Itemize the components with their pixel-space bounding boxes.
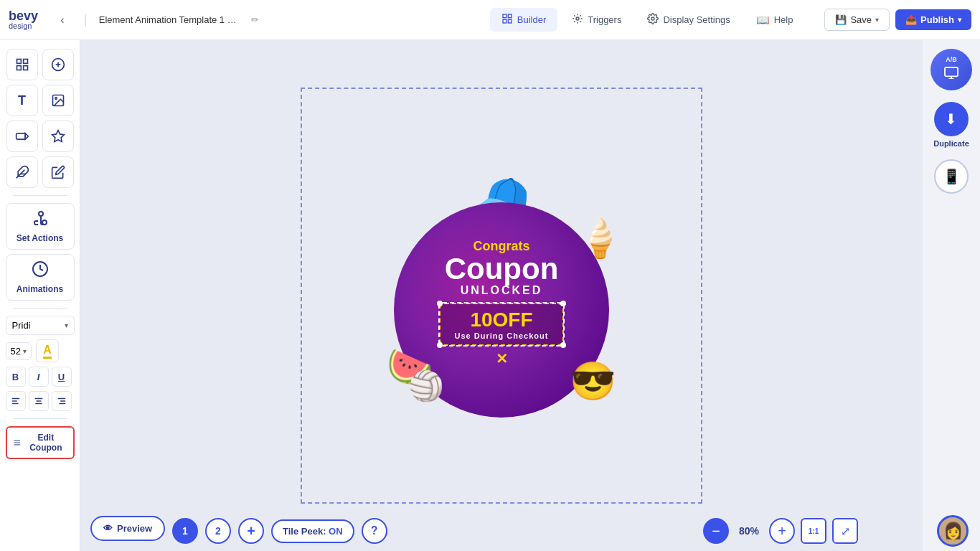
sunglasses-decoration: 😎 bbox=[570, 359, 616, 403]
triggers-icon bbox=[572, 13, 583, 27]
bold-label: B bbox=[12, 372, 19, 382]
svg-rect-0 bbox=[503, 14, 507, 18]
font-color-button[interactable]: A bbox=[36, 339, 59, 362]
sidebar-divider2 bbox=[13, 308, 67, 309]
publish-button[interactable]: 📤 Publish ▾ bbox=[895, 9, 971, 30]
sidebar-tools-row2: T bbox=[6, 85, 74, 116]
user-avatar: 👩 bbox=[937, 515, 969, 547]
bold-button[interactable]: B bbox=[6, 367, 26, 387]
tool-image[interactable] bbox=[42, 85, 74, 116]
main-layout: T Set Action bbox=[0, 40, 980, 551]
tab-display-settings[interactable]: Display Settings bbox=[636, 8, 741, 32]
handle-tr bbox=[560, 301, 566, 306]
italic-button[interactable]: I bbox=[29, 367, 49, 387]
avatar-image: 👩 bbox=[943, 522, 963, 540]
zoom-percent: 80% bbox=[735, 525, 763, 537]
tool-star[interactable] bbox=[42, 121, 74, 152]
save-button[interactable]: 💾 Save ▾ bbox=[824, 9, 890, 31]
monitor-icon bbox=[943, 65, 959, 83]
ball-decoration: 🏐 bbox=[408, 369, 444, 403]
preview-button[interactable]: 👁 Preview bbox=[90, 516, 165, 541]
font-color-icon: A bbox=[43, 344, 52, 359]
svg-rect-1 bbox=[508, 14, 512, 18]
help-button[interactable]: ? bbox=[362, 518, 387, 544]
svg-rect-6 bbox=[17, 60, 21, 64]
svg-marker-16 bbox=[25, 133, 28, 139]
svg-point-5 bbox=[651, 17, 654, 20]
tab-builder-label: Builder bbox=[517, 14, 546, 25]
tab-triggers-label: Triggers bbox=[588, 14, 621, 25]
font-size-value: 52 bbox=[11, 346, 21, 357]
coupon-close-icon: ✕ bbox=[496, 350, 508, 367]
tool-layout[interactable] bbox=[6, 49, 38, 80]
edit-coupon-button[interactable]: Edit Coupon bbox=[6, 426, 75, 459]
sidebar-divider1 bbox=[13, 195, 67, 196]
sidebar-tools-row3 bbox=[6, 121, 74, 152]
text-icon: T bbox=[18, 93, 26, 108]
zoom-in-button[interactable]: + bbox=[769, 518, 795, 544]
mobile-icon: 📱 bbox=[943, 168, 961, 185]
handle-bl bbox=[437, 342, 443, 348]
coupon-card: 🧢 Congrats Coupon UNLOCKED 10OFF bbox=[387, 174, 616, 418]
set-actions-button[interactable]: Set Actions bbox=[6, 203, 75, 250]
animations-label: Animations bbox=[17, 284, 63, 294]
tool-edit[interactable] bbox=[42, 156, 74, 188]
edit-title-icon[interactable]: ✏ bbox=[251, 14, 259, 25]
help-label: ? bbox=[371, 524, 378, 537]
svg-point-4 bbox=[576, 17, 579, 20]
canvas-frame[interactable]: 🧢 Congrats Coupon UNLOCKED 10OFF bbox=[301, 88, 702, 504]
font-family-arrow: ▾ bbox=[65, 321, 68, 329]
selection-overlay bbox=[438, 302, 565, 347]
logo-name: bevy bbox=[9, 9, 38, 22]
page-1-button[interactable]: 1 bbox=[172, 518, 198, 544]
tile-peek-value: ON bbox=[329, 526, 343, 537]
sidebar-tools-row1 bbox=[6, 49, 74, 80]
duplicate-label: Duplicate bbox=[933, 139, 969, 148]
tab-builder[interactable]: Builder bbox=[490, 8, 557, 32]
coupon-title: Coupon bbox=[445, 254, 559, 284]
tool-text[interactable]: T bbox=[6, 85, 38, 116]
publish-icon: 📤 bbox=[905, 14, 917, 25]
duplicate-icon: ⬇ bbox=[945, 110, 957, 128]
svg-marker-17 bbox=[52, 131, 64, 142]
align-center-button[interactable] bbox=[29, 391, 49, 411]
italic-label: I bbox=[37, 372, 40, 382]
zoom-expand-button[interactable]: ⤢ bbox=[832, 518, 858, 544]
font-family-selector[interactable]: Pridi ▾ bbox=[6, 316, 75, 335]
zoom-out-button[interactable]: − bbox=[703, 518, 729, 544]
align-left-button[interactable] bbox=[6, 391, 26, 411]
tab-display-settings-label: Display Settings bbox=[663, 14, 730, 25]
edit-coupon-label: Edit Coupon bbox=[24, 433, 67, 453]
mobile-preview-button[interactable]: 📱 bbox=[934, 159, 969, 194]
logo-sub: design bbox=[9, 22, 38, 30]
tool-paint[interactable] bbox=[6, 156, 38, 188]
tab-help[interactable]: 📖 Help bbox=[745, 9, 805, 32]
svg-point-21 bbox=[42, 220, 47, 225]
font-size-selector[interactable]: 52 ▾ bbox=[6, 342, 32, 360]
tool-add-element[interactable] bbox=[42, 49, 74, 80]
tool-video[interactable] bbox=[6, 121, 38, 152]
underline-label: U bbox=[58, 372, 65, 382]
align-right-button[interactable] bbox=[52, 391, 72, 411]
nav-tabs: Builder Triggers Display Settings 📖 Help bbox=[490, 8, 805, 32]
builder-icon bbox=[501, 13, 513, 27]
set-actions-label: Set Actions bbox=[17, 233, 64, 243]
tab-triggers[interactable]: Triggers bbox=[560, 8, 633, 32]
header-actions: 💾 Save ▾ 📤 Publish ▾ bbox=[824, 9, 971, 31]
duplicate-button[interactable]: ⬇ Duplicate bbox=[933, 102, 969, 148]
zoom-ratio-button[interactable]: 1:1 bbox=[801, 518, 826, 544]
page-1-label: 1 bbox=[182, 525, 188, 537]
add-page-button[interactable]: + bbox=[238, 518, 264, 544]
animations-button[interactable]: Animations bbox=[6, 254, 75, 301]
sidebar-divider3 bbox=[13, 418, 67, 419]
help-icon: 📖 bbox=[756, 14, 770, 27]
back-button[interactable]: ‹ bbox=[52, 10, 72, 30]
font-size-arrow: ▾ bbox=[23, 347, 27, 355]
align-row bbox=[6, 391, 75, 411]
tile-peek-button[interactable]: Tile Peek: ON bbox=[271, 519, 354, 543]
underline-button[interactable]: U bbox=[52, 367, 72, 387]
page-2-button[interactable]: 2 bbox=[205, 518, 231, 544]
duplicate-circle: ⬇ bbox=[934, 102, 969, 136]
text-style-row: B I U bbox=[6, 367, 75, 387]
ab-test-button[interactable]: A/B bbox=[930, 49, 972, 90]
